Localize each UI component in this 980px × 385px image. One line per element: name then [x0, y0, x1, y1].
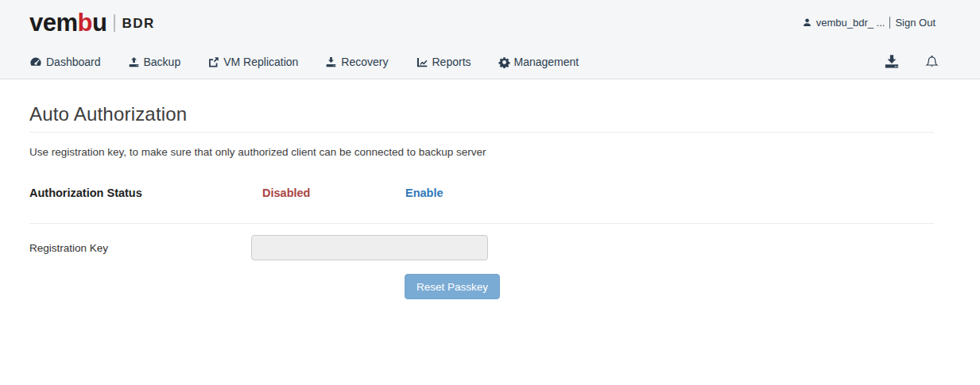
- authorization-status-row: Authorization Status Disabled Enable: [29, 158, 934, 224]
- nav-label: Management: [514, 56, 579, 68]
- nav-item-recovery[interactable]: Recovery: [325, 56, 388, 68]
- sign-out-link[interactable]: Sign Out: [895, 17, 935, 29]
- dashboard-icon: [29, 56, 42, 68]
- nav-side-icons: [883, 54, 939, 70]
- page-title: Auto Authorization: [29, 103, 934, 133]
- site-header: vembu BDR vembu_bdr_ ... Sign Out Dashbo…: [0, 0, 980, 79]
- enable-link[interactable]: Enable: [405, 187, 444, 199]
- nav-item-reports[interactable]: Reports: [416, 56, 471, 68]
- page-description: Use registration key, to make sure that …: [29, 146, 934, 158]
- authorization-status-label: Authorization Status: [29, 187, 262, 199]
- username-text: vembu_bdr_ ...: [816, 17, 885, 29]
- header-top-row: vembu BDR vembu_bdr_ ... Sign Out: [0, 0, 980, 45]
- download-tray-icon[interactable]: [883, 54, 901, 70]
- registration-key-label: Registration Key: [29, 242, 251, 254]
- nav-label: Recovery: [341, 56, 388, 68]
- main-content: Auto Authorization Use registration key,…: [0, 103, 980, 299]
- registration-key-input[interactable]: [251, 235, 488, 260]
- logo-wordmark: vembu: [29, 10, 107, 35]
- user-divider: [889, 17, 890, 29]
- status-badge: Disabled: [262, 187, 405, 199]
- logo-accent-letter: b: [78, 9, 92, 37]
- nav-label: VM Replication: [223, 56, 298, 68]
- nav-item-dashboard[interactable]: Dashboard: [29, 56, 101, 68]
- line-chart-icon: [416, 56, 428, 68]
- share-square-icon: [207, 56, 219, 68]
- vembu-logo[interactable]: vembu BDR: [29, 10, 155, 35]
- nav-item-management[interactable]: Management: [498, 56, 579, 68]
- button-row: Reset Passkey: [29, 274, 934, 299]
- registration-key-row: Registration Key: [29, 224, 934, 260]
- nav-label: Dashboard: [46, 56, 101, 68]
- cog-icon: [498, 56, 510, 68]
- user-area: vembu_bdr_ ... Sign Out: [802, 17, 935, 29]
- nav-label: Reports: [432, 56, 471, 68]
- nav-label: Backup: [144, 56, 181, 68]
- user-menu[interactable]: vembu_bdr_ ...: [802, 17, 885, 29]
- logo-divider: [114, 14, 115, 32]
- bell-icon[interactable]: [925, 55, 939, 70]
- nav-item-vm-replication[interactable]: VM Replication: [207, 56, 298, 68]
- nav-item-backup[interactable]: Backup: [128, 56, 181, 68]
- user-icon: [802, 17, 812, 28]
- reset-passkey-button[interactable]: Reset Passkey: [405, 274, 500, 299]
- download-icon: [325, 56, 337, 68]
- nav-items: Dashboard Backup VM Replication Recovery: [29, 56, 606, 68]
- logo-product-label: BDR: [122, 13, 154, 32]
- main-nav: Dashboard Backup VM Replication Recovery: [0, 45, 980, 79]
- upload-icon: [128, 56, 140, 68]
